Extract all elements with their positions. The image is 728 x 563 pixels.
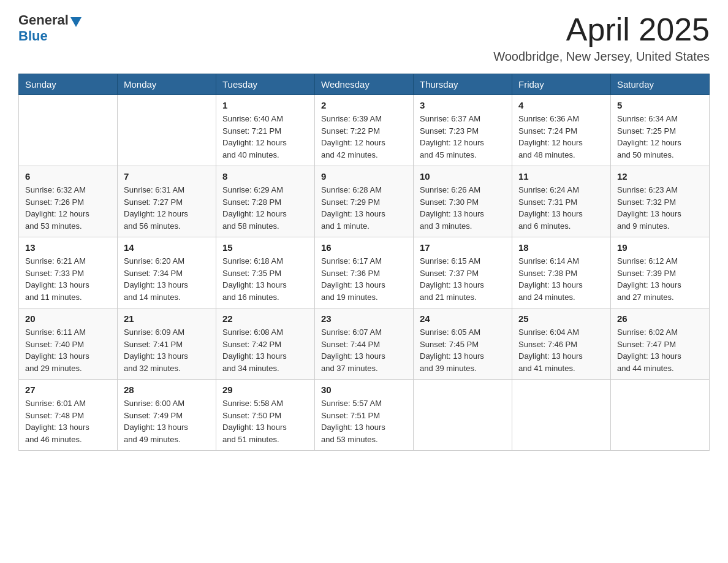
- title-block: April 2025 Woodbridge, New Jersey, Unite…: [493, 12, 710, 64]
- page-title: April 2025: [493, 12, 710, 47]
- calendar-cell: 24Sunrise: 6:05 AM Sunset: 7:45 PM Dayli…: [414, 308, 512, 380]
- day-number: 5: [617, 100, 703, 110]
- calendar-cell: 15Sunrise: 6:18 AM Sunset: 7:35 PM Dayli…: [216, 237, 315, 308]
- day-info: Sunrise: 5:58 AM Sunset: 7:50 PM Dayligh…: [222, 397, 308, 445]
- day-info: Sunrise: 6:04 AM Sunset: 7:46 PM Dayligh…: [518, 326, 604, 374]
- day-info: Sunrise: 6:23 AM Sunset: 7:32 PM Dayligh…: [617, 184, 703, 232]
- calendar-cell: [611, 380, 710, 451]
- calendar-cell: 25Sunrise: 6:04 AM Sunset: 7:46 PM Dayli…: [512, 308, 611, 380]
- day-number: 1: [222, 100, 308, 110]
- calendar-cell: [118, 95, 216, 166]
- day-number: 23: [321, 313, 407, 324]
- day-number: 12: [617, 171, 703, 182]
- column-header-tuesday: Tuesday: [216, 74, 315, 95]
- calendar-cell: 26Sunrise: 6:02 AM Sunset: 7:47 PM Dayli…: [611, 308, 710, 380]
- day-info: Sunrise: 6:12 AM Sunset: 7:39 PM Dayligh…: [617, 255, 703, 303]
- calendar-table: SundayMondayTuesdayWednesdayThursdayFrid…: [18, 74, 710, 451]
- calendar-cell: [414, 380, 512, 451]
- day-info: Sunrise: 6:24 AM Sunset: 7:31 PM Dayligh…: [518, 184, 604, 232]
- calendar-cell: 16Sunrise: 6:17 AM Sunset: 7:36 PM Dayli…: [315, 237, 414, 308]
- day-number: 27: [25, 385, 111, 395]
- day-info: Sunrise: 6:32 AM Sunset: 7:26 PM Dayligh…: [25, 184, 111, 232]
- logo-blue-text: Blue: [18, 28, 48, 44]
- day-number: 10: [420, 171, 506, 182]
- day-number: 18: [518, 242, 604, 253]
- calendar-cell: 2Sunrise: 6:39 AM Sunset: 7:22 PM Daylig…: [315, 95, 414, 166]
- day-number: 15: [222, 242, 308, 253]
- logo-general-text: General: [18, 12, 69, 28]
- calendar-cell: 1Sunrise: 6:40 AM Sunset: 7:21 PM Daylig…: [216, 95, 315, 166]
- column-header-thursday: Thursday: [414, 74, 512, 95]
- calendar-cell: 20Sunrise: 6:11 AM Sunset: 7:40 PM Dayli…: [19, 308, 118, 380]
- day-number: 22: [222, 313, 308, 324]
- calendar-week-row: 27Sunrise: 6:01 AM Sunset: 7:48 PM Dayli…: [19, 380, 710, 451]
- calendar-header-row: SundayMondayTuesdayWednesdayThursdayFrid…: [19, 74, 710, 95]
- column-header-sunday: Sunday: [19, 74, 118, 95]
- day-number: 11: [518, 171, 604, 182]
- day-info: Sunrise: 6:07 AM Sunset: 7:44 PM Dayligh…: [321, 326, 407, 374]
- calendar-cell: [512, 380, 611, 451]
- day-info: Sunrise: 6:08 AM Sunset: 7:42 PM Dayligh…: [222, 326, 308, 374]
- calendar-cell: 18Sunrise: 6:14 AM Sunset: 7:38 PM Dayli…: [512, 237, 611, 308]
- day-info: Sunrise: 6:31 AM Sunset: 7:27 PM Dayligh…: [124, 184, 210, 232]
- day-info: Sunrise: 6:29 AM Sunset: 7:28 PM Dayligh…: [222, 184, 308, 232]
- calendar-cell: 6Sunrise: 6:32 AM Sunset: 7:26 PM Daylig…: [19, 166, 118, 237]
- day-number: 28: [124, 385, 210, 395]
- day-info: Sunrise: 6:26 AM Sunset: 7:30 PM Dayligh…: [420, 184, 506, 232]
- day-info: Sunrise: 6:05 AM Sunset: 7:45 PM Dayligh…: [420, 326, 506, 374]
- day-info: Sunrise: 6:20 AM Sunset: 7:34 PM Dayligh…: [124, 255, 210, 303]
- page-header: General Blue April 2025 Woodbridge, New …: [18, 12, 710, 64]
- day-number: 14: [124, 242, 210, 253]
- day-number: 30: [321, 385, 407, 395]
- day-info: Sunrise: 6:34 AM Sunset: 7:25 PM Dayligh…: [617, 113, 703, 161]
- day-info: Sunrise: 6:14 AM Sunset: 7:38 PM Dayligh…: [518, 255, 604, 303]
- calendar-cell: 11Sunrise: 6:24 AM Sunset: 7:31 PM Dayli…: [512, 166, 611, 237]
- day-info: Sunrise: 6:02 AM Sunset: 7:47 PM Dayligh…: [617, 326, 703, 374]
- day-number: 8: [222, 171, 308, 182]
- calendar-cell: 7Sunrise: 6:31 AM Sunset: 7:27 PM Daylig…: [118, 166, 216, 237]
- calendar-cell: 28Sunrise: 6:00 AM Sunset: 7:49 PM Dayli…: [118, 380, 216, 451]
- calendar-cell: 4Sunrise: 6:36 AM Sunset: 7:24 PM Daylig…: [512, 95, 611, 166]
- day-info: Sunrise: 6:40 AM Sunset: 7:21 PM Dayligh…: [222, 113, 308, 161]
- calendar-cell: 8Sunrise: 6:29 AM Sunset: 7:28 PM Daylig…: [216, 166, 315, 237]
- day-number: 4: [518, 100, 604, 110]
- day-info: Sunrise: 5:57 AM Sunset: 7:51 PM Dayligh…: [321, 397, 407, 445]
- day-info: Sunrise: 6:01 AM Sunset: 7:48 PM Dayligh…: [25, 397, 111, 445]
- day-number: 19: [617, 242, 703, 253]
- day-number: 13: [25, 242, 111, 253]
- calendar-cell: 21Sunrise: 6:09 AM Sunset: 7:41 PM Dayli…: [118, 308, 216, 380]
- day-info: Sunrise: 6:15 AM Sunset: 7:37 PM Dayligh…: [420, 255, 506, 303]
- page-subtitle: Woodbridge, New Jersey, United States: [493, 50, 710, 64]
- day-number: 16: [321, 242, 407, 253]
- calendar-cell: 29Sunrise: 5:58 AM Sunset: 7:50 PM Dayli…: [216, 380, 315, 451]
- calendar-cell: 19Sunrise: 6:12 AM Sunset: 7:39 PM Dayli…: [611, 237, 710, 308]
- calendar-cell: 30Sunrise: 5:57 AM Sunset: 7:51 PM Dayli…: [315, 380, 414, 451]
- day-number: 29: [222, 385, 308, 395]
- calendar-cell: 27Sunrise: 6:01 AM Sunset: 7:48 PM Dayli…: [19, 380, 118, 451]
- calendar-cell: [19, 95, 118, 166]
- day-info: Sunrise: 6:21 AM Sunset: 7:33 PM Dayligh…: [25, 255, 111, 303]
- day-info: Sunrise: 6:39 AM Sunset: 7:22 PM Dayligh…: [321, 113, 407, 161]
- day-number: 20: [25, 313, 111, 324]
- day-number: 24: [420, 313, 506, 324]
- logo-arrow-icon: [70, 17, 82, 27]
- day-info: Sunrise: 6:11 AM Sunset: 7:40 PM Dayligh…: [25, 326, 111, 374]
- day-info: Sunrise: 6:00 AM Sunset: 7:49 PM Dayligh…: [124, 397, 210, 445]
- calendar-cell: 3Sunrise: 6:37 AM Sunset: 7:23 PM Daylig…: [414, 95, 512, 166]
- calendar-week-row: 6Sunrise: 6:32 AM Sunset: 7:26 PM Daylig…: [19, 166, 710, 237]
- column-header-wednesday: Wednesday: [315, 74, 414, 95]
- calendar-cell: 12Sunrise: 6:23 AM Sunset: 7:32 PM Dayli…: [611, 166, 710, 237]
- column-header-monday: Monday: [118, 74, 216, 95]
- day-number: 25: [518, 313, 604, 324]
- day-number: 2: [321, 100, 407, 110]
- day-number: 6: [25, 171, 111, 182]
- column-header-saturday: Saturday: [611, 74, 710, 95]
- day-info: Sunrise: 6:36 AM Sunset: 7:24 PM Dayligh…: [518, 113, 604, 161]
- calendar-week-row: 20Sunrise: 6:11 AM Sunset: 7:40 PM Dayli…: [19, 308, 710, 380]
- calendar-week-row: 13Sunrise: 6:21 AM Sunset: 7:33 PM Dayli…: [19, 237, 710, 308]
- day-info: Sunrise: 6:18 AM Sunset: 7:35 PM Dayligh…: [222, 255, 308, 303]
- calendar-cell: 10Sunrise: 6:26 AM Sunset: 7:30 PM Dayli…: [414, 166, 512, 237]
- day-info: Sunrise: 6:28 AM Sunset: 7:29 PM Dayligh…: [321, 184, 407, 232]
- day-number: 7: [124, 171, 210, 182]
- day-number: 26: [617, 313, 703, 324]
